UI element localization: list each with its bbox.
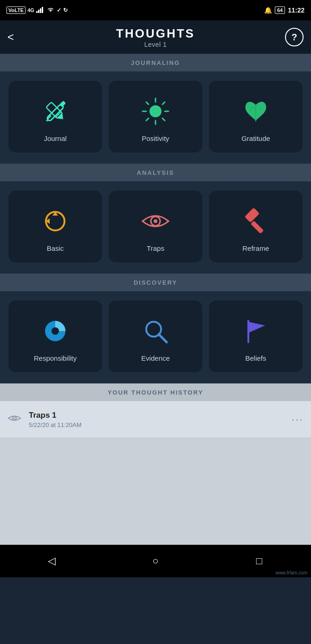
app-subtitle: Level 1 <box>116 41 195 48</box>
status-bar: VoLTE 4G ✓ ↻ 🔔 64 11:22 <box>0 0 311 20</box>
svg-rect-6 <box>59 101 66 107</box>
analysis-section: Basic Traps <box>0 181 311 274</box>
carrier-label: VoLTE <box>6 6 26 14</box>
analysis-label: ANALYSIS <box>137 169 175 176</box>
svg-point-23 <box>154 219 157 223</box>
positivity-label: Positivity <box>142 134 169 142</box>
evidence-icon <box>139 314 172 348</box>
svg-rect-0 <box>36 11 38 13</box>
discovery-label: DISCOVERY <box>134 279 177 286</box>
status-left: VoLTE 4G ✓ ↻ <box>6 6 68 14</box>
responsibility-icon <box>39 314 72 348</box>
journal-icon <box>39 95 72 128</box>
history-separator: YOUR THOUGHT HISTORY <box>0 383 311 401</box>
bottom-nav: ◁ ○ □ <box>0 545 311 577</box>
nav-back-button[interactable]: ◁ <box>38 552 66 570</box>
empty-area <box>0 438 311 545</box>
battery-label: 64 <box>275 6 285 14</box>
gratitude-card[interactable]: Gratitude <box>209 81 303 153</box>
evidence-label: Evidence <box>141 354 170 362</box>
history-text-block: Traps 1 5/22/20 at 11:20AM <box>29 411 292 428</box>
svg-rect-24 <box>251 221 264 234</box>
watermark: www.frfam.com <box>276 570 307 575</box>
journaling-section: Journal Positivity <box>0 71 311 164</box>
status-right: 🔔 64 11:22 <box>264 6 305 14</box>
history-entry-title: Traps 1 <box>29 411 292 420</box>
positivity-icon <box>139 95 172 128</box>
check-icon: ✓ <box>57 7 61 13</box>
nav-home-button[interactable]: ○ <box>142 552 169 570</box>
reframe-icon <box>239 204 272 238</box>
reframe-label: Reframe <box>242 244 269 252</box>
evidence-card[interactable]: Evidence <box>109 300 202 372</box>
traps-label: Traps <box>147 244 164 252</box>
network-label: 4G <box>27 7 34 13</box>
beliefs-card[interactable]: Beliefs <box>209 300 303 372</box>
svg-rect-1 <box>38 10 39 13</box>
responsibility-card[interactable]: Responsibility <box>8 300 102 372</box>
traps-card[interactable]: Traps <box>109 191 202 262</box>
history-eye-icon <box>7 412 21 427</box>
svg-line-16 <box>162 118 165 121</box>
svg-rect-25 <box>245 208 260 223</box>
discovery-separator: DISCOVERY <box>0 274 311 291</box>
refresh-icon: ↻ <box>63 7 68 13</box>
history-item: Traps 1 5/22/20 at 11:20AM ··· <box>0 401 311 438</box>
time-label: 11:22 <box>288 6 305 14</box>
svg-line-29 <box>159 334 167 342</box>
discovery-section: Responsibility Evidence Beliefs <box>0 291 311 383</box>
svg-point-10 <box>149 105 162 117</box>
back-button[interactable]: < <box>7 31 14 44</box>
journal-label: Journal <box>44 134 66 142</box>
wifi-icon <box>46 6 55 14</box>
history-entry-date: 5/22/20 at 11:20AM <box>29 421 292 428</box>
top-nav: < THOUGHTS Level 1 ? <box>0 20 311 54</box>
responsibility-label: Responsibility <box>34 354 77 362</box>
gratitude-icon <box>239 95 272 128</box>
history-more-button[interactable]: ··· <box>292 414 304 425</box>
help-button[interactable]: ? <box>285 28 304 46</box>
analysis-separator: ANALYSIS <box>0 164 311 181</box>
svg-rect-2 <box>40 8 41 13</box>
journaling-label: JOURNALING <box>131 59 180 66</box>
basic-label: Basic <box>47 244 64 252</box>
gratitude-label: Gratitude <box>241 134 270 142</box>
signal-icon <box>36 6 45 14</box>
app-title: THOUGHTS <box>116 26 195 41</box>
svg-line-17 <box>162 102 165 104</box>
history-section: Traps 1 5/22/20 at 11:20AM ··· <box>0 401 311 438</box>
nav-recents-button[interactable]: □ <box>245 552 273 570</box>
positivity-card[interactable]: Positivity <box>109 81 202 153</box>
svg-line-18 <box>146 118 149 121</box>
basic-card[interactable]: Basic <box>8 191 102 262</box>
svg-point-32 <box>14 418 15 419</box>
journal-card[interactable]: Journal <box>8 81 102 153</box>
traps-icon <box>139 204 172 238</box>
discovery-grid: Responsibility Evidence Beliefs <box>8 300 303 372</box>
journaling-separator: JOURNALING <box>0 54 311 71</box>
svg-line-15 <box>146 102 149 104</box>
nav-title-block: THOUGHTS Level 1 <box>116 26 195 48</box>
analysis-grid: Basic Traps <box>8 191 303 262</box>
svg-point-27 <box>52 327 59 335</box>
bottom-area: ◁ ○ □ www.frfam.com <box>0 545 311 577</box>
beliefs-label: Beliefs <box>245 354 266 362</box>
reframe-card[interactable]: Reframe <box>209 191 303 262</box>
basic-icon <box>39 204 72 238</box>
history-section-label: YOUR THOUGHT HISTORY <box>108 389 203 396</box>
bell-icon: 🔔 <box>264 6 272 14</box>
svg-rect-3 <box>42 7 43 13</box>
journaling-grid: Journal Positivity <box>8 81 303 153</box>
beliefs-icon <box>239 314 272 348</box>
